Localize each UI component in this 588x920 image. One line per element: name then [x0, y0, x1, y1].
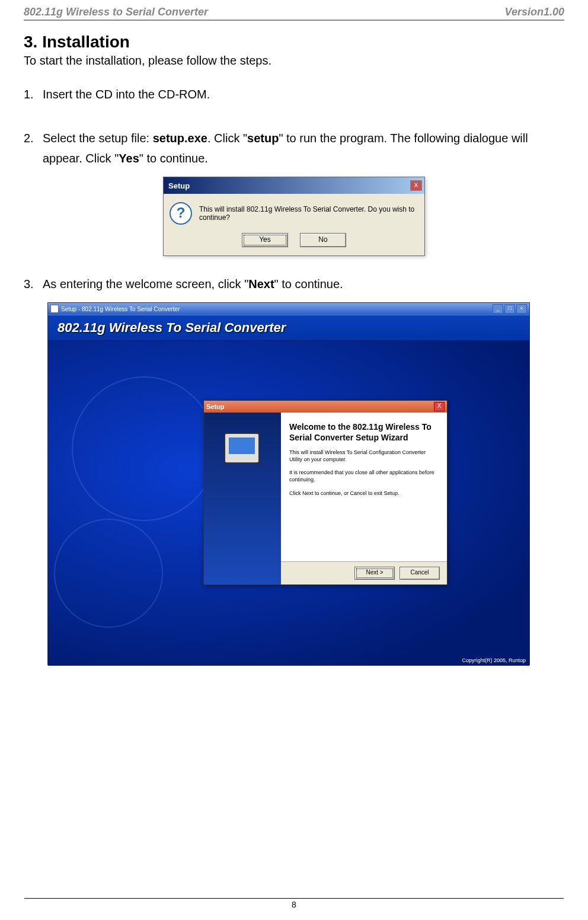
dialog-buttons: Yes No: [164, 233, 424, 255]
maximize-icon[interactable]: □: [504, 304, 515, 314]
next-button[interactable]: Next >: [354, 567, 395, 580]
copyright-text: Copyright(R) 2005, Runtop: [462, 657, 526, 663]
wizard-paragraph: This will install Wireless To Serial Con…: [289, 449, 439, 463]
wizard-title: Setup: [206, 403, 225, 410]
wizard-footer: Next > Cancel: [281, 561, 447, 584]
step-2: 2. Select the setup file: setup.exe. Cli…: [24, 128, 564, 168]
step-2-number: 2.: [24, 128, 43, 168]
installer-titlebar: Setup - 802.11g Wireless To Serial Conve…: [48, 303, 529, 315]
section-title: 3. Installation: [24, 33, 564, 52]
screenshot-installer-container: Setup - 802.11g Wireless To Serial Conve…: [47, 302, 564, 665]
setup-wizard-dialog: Setup X Welcome to the 802.11g Wireless …: [203, 400, 448, 585]
close-icon[interactable]: X: [410, 180, 422, 191]
wizard-paragraph: It is recommended that you close all oth…: [289, 469, 439, 483]
dialog-body: ? This will install 802.11g Wireless To …: [164, 194, 424, 233]
screenshot-dialog-container: Setup X ? This will install 802.11g Wire…: [24, 177, 564, 256]
decorative-ring: [72, 376, 216, 521]
setup-confirm-dialog: Setup X ? This will install 802.11g Wire…: [163, 177, 425, 256]
dialog-titlebar: Setup X: [164, 177, 424, 194]
no-button[interactable]: No: [300, 233, 346, 247]
installer-title: Setup - 802.11g Wireless To Serial Conve…: [61, 306, 180, 312]
wizard-heading: Welcome to the 802.11g Wireless To Seria…: [289, 422, 439, 443]
installer-banner-text: 802.11g Wireless To Serial Converter: [57, 320, 286, 336]
cancel-button[interactable]: Cancel: [400, 567, 440, 580]
decorative-ring: [54, 519, 163, 628]
step-3: 3. As entering the welcome screen, click…: [24, 274, 564, 294]
wizard-paragraph: Click Next to continue, or Cancel to exi…: [289, 490, 439, 497]
close-icon[interactable]: ×: [516, 304, 527, 314]
step-2-text: Select the setup file: setup.exe. Click …: [43, 128, 564, 168]
installer-window: Setup - 802.11g Wireless To Serial Conve…: [47, 302, 530, 665]
minimize-icon[interactable]: _: [493, 304, 503, 314]
question-icon: ?: [170, 202, 192, 225]
installer-banner: 802.11g Wireless To Serial Converter: [48, 315, 529, 341]
dialog-message: This will install 802.11g Wireless To Se…: [199, 205, 418, 222]
step-3-number: 3.: [24, 274, 43, 294]
step-3-text: As entering the welcome screen, click "N…: [43, 274, 564, 294]
step-1-text: Insert the CD into the CD-ROM.: [43, 84, 564, 104]
wizard-main-panel: Welcome to the 802.11g Wireless To Seria…: [281, 413, 447, 584]
installer-body: Copyright(R) 2005, Runtop Setup X Welcom…: [48, 341, 529, 666]
header-left: 802.11g Wireless to Serial Converter: [24, 6, 208, 18]
app-icon: [50, 305, 59, 313]
yes-button[interactable]: Yes: [242, 233, 288, 247]
wizard-side-panel: [204, 413, 281, 584]
header-right: Version1.00: [505, 6, 564, 18]
step-1-number: 1.: [24, 84, 43, 104]
page-number: 8: [24, 898, 564, 909]
page-header: 802.11g Wireless to Serial Converter Ver…: [24, 0, 564, 21]
step-1: 1. Insert the CD into the CD-ROM.: [24, 84, 564, 104]
dialog-title: Setup: [166, 181, 190, 190]
computer-icon: [224, 433, 260, 464]
wizard-titlebar: Setup X: [204, 401, 447, 413]
intro-text: To start the installation, please follow…: [24, 54, 564, 68]
close-icon[interactable]: X: [434, 402, 445, 411]
